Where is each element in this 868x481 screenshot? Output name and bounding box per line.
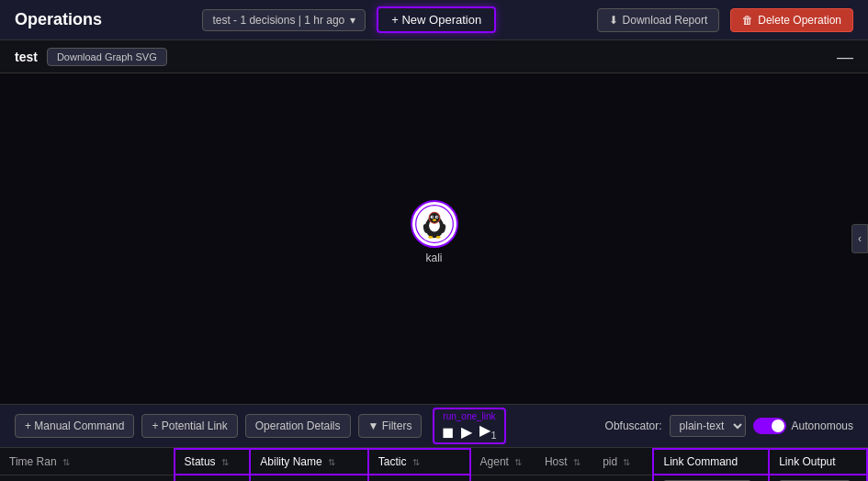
cell-link-command: View Command xyxy=(653,475,769,481)
header: Operations test - 1 decisions | 1 hr ago… xyxy=(0,0,868,40)
toggle-knob xyxy=(772,419,784,432)
svg-point-10 xyxy=(432,219,435,222)
col-agent[interactable]: Agent ⇅ xyxy=(470,449,535,475)
operation-details-button[interactable]: Operation Details xyxy=(245,414,351,438)
cell-agent: ldpudh xyxy=(470,475,535,481)
linux-icon xyxy=(414,204,455,244)
graph-area: kali ‹ xyxy=(0,73,868,404)
col-status[interactable]: Status ⇅ xyxy=(175,449,251,475)
potential-link-button[interactable]: + Potential Link xyxy=(141,414,237,438)
operation-panel: test Download Graph SVG — xyxy=(0,40,868,73)
cell-pid: 976329 xyxy=(593,475,653,481)
operation-selector[interactable]: test - 1 decisions | 1 hr ago ▾ xyxy=(202,9,366,31)
page-title: Operations xyxy=(15,10,102,29)
col-link-output[interactable]: Link Output xyxy=(769,449,867,475)
cell-ability-name: Manual Command xyxy=(250,475,368,481)
table-row: 2/18/2025, 12:24:15 PM UTC success Manua… xyxy=(0,475,867,481)
toolbar: + Manual Command + Potential Link Operat… xyxy=(0,404,868,448)
run-buttons: ◼ ▶ ▶1 xyxy=(440,423,498,441)
play-one-button[interactable]: ▶1 xyxy=(478,423,498,441)
cell-tactic: auto-generated xyxy=(368,475,470,481)
play-button[interactable]: ▶ xyxy=(459,425,474,440)
cell-link-output: View Output xyxy=(769,475,867,481)
cell-status: success xyxy=(175,475,251,481)
svg-point-9 xyxy=(436,217,438,218)
col-link-command[interactable]: Link Command xyxy=(653,449,769,475)
run-controls-label: run_one_link xyxy=(443,411,495,421)
filters-button[interactable]: ▼ Filters xyxy=(358,414,423,438)
table-area: Time Ran ⇅ Status ⇅ Ability Name ⇅ Tacti… xyxy=(0,448,868,481)
manual-command-button[interactable]: + Manual Command xyxy=(15,414,134,438)
operation-selector-label: test - 1 decisions | 1 hr ago xyxy=(212,14,344,27)
col-pid[interactable]: pid ⇅ xyxy=(593,449,653,475)
sort-icon: ⇅ xyxy=(412,457,420,467)
obfuscator-label: Obfuscator: xyxy=(605,419,662,432)
delete-operation-button[interactable]: 🗑 Delete Operation xyxy=(730,8,853,32)
autonomous-label: Autonomous xyxy=(792,419,853,432)
svg-point-12 xyxy=(428,236,433,239)
sort-icon: ⇅ xyxy=(328,457,335,467)
run-controls: run_one_link ◼ ▶ ▶1 xyxy=(433,408,505,444)
download-svg-button[interactable]: Download Graph SVG xyxy=(47,48,167,66)
sort-icon: ⇅ xyxy=(62,457,70,467)
sort-icon: ⇅ xyxy=(514,457,522,467)
svg-point-8 xyxy=(432,217,434,218)
sort-icon: ⇅ xyxy=(573,457,581,467)
graph-node: kali xyxy=(411,200,458,264)
cell-time-ran: 2/18/2025, 12:24:15 PM UTC xyxy=(0,475,175,481)
collapse-arrow-button[interactable]: ‹ xyxy=(851,224,868,253)
col-ability-name[interactable]: Ability Name ⇅ xyxy=(250,449,368,475)
stop-button[interactable]: ◼ xyxy=(440,425,456,440)
autonomous-toggle: Autonomous xyxy=(753,418,853,434)
cell-host: kali xyxy=(535,475,593,481)
svg-point-13 xyxy=(435,236,440,239)
results-table: Time Ran ⇅ Status ⇅ Ability Name ⇅ Tacti… xyxy=(0,448,868,481)
obfuscator-select[interactable]: plain-text xyxy=(670,415,746,437)
trash-icon: 🗑 xyxy=(742,14,753,27)
download-icon: ⬇ xyxy=(609,14,618,27)
node-label: kali xyxy=(425,252,442,264)
node-circle xyxy=(411,200,458,248)
minimize-button[interactable]: — xyxy=(837,49,853,65)
chevron-down-icon: ▾ xyxy=(350,14,355,27)
col-time-ran[interactable]: Time Ran ⇅ xyxy=(0,449,175,475)
sort-icon: ⇅ xyxy=(221,457,229,467)
table-header-row: Time Ran ⇅ Status ⇅ Ability Name ⇅ Tacti… xyxy=(0,449,867,475)
sort-icon: ⇅ xyxy=(623,457,630,467)
col-tactic[interactable]: Tactic ⇅ xyxy=(368,449,470,475)
new-operation-button[interactable]: + New Operation xyxy=(377,6,496,33)
autonomous-switch[interactable] xyxy=(753,418,786,434)
col-host[interactable]: Host ⇅ xyxy=(535,449,593,475)
download-report-button[interactable]: ⬇ Download Report xyxy=(597,8,720,32)
operation-name: test xyxy=(15,50,38,64)
